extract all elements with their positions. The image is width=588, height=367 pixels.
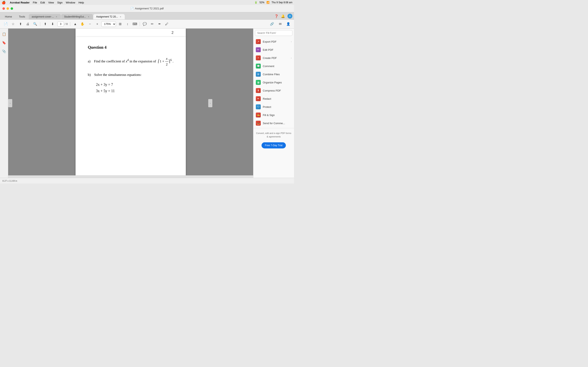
menu-acrobat[interactable]: Acrobat Reader <box>10 1 30 4</box>
cta-text: Convert, edit and e-sign PDF forms & agr… <box>256 132 291 138</box>
part-a-math: ⎛1 + x2⎞6 <box>157 59 173 63</box>
compress-pdf-icon: ⬇ <box>256 88 261 93</box>
fill-form-search[interactable] <box>255 30 292 36</box>
zoom-out-button[interactable]: − <box>86 21 93 27</box>
pages-panel-icon[interactable]: 📋 <box>1 31 7 37</box>
horizontal-scrollbar[interactable] <box>8 175 253 178</box>
right-item-organize[interactable]: ▦ Organize Pages <box>253 78 294 86</box>
close-window-button[interactable] <box>2 7 5 10</box>
titlebar: 📄 Assignment T2 2021.pdf <box>0 5 294 12</box>
menu-edit[interactable]: Edit <box>40 1 45 4</box>
part-b-text: Solve the simultaneous equations: <box>94 73 141 77</box>
comment-tool-button[interactable]: 💬 <box>141 21 148 27</box>
right-cta: Convert, edit and e-sign PDF forms & agr… <box>253 129 294 141</box>
minimize-window-button[interactable] <box>7 7 9 10</box>
menu-file[interactable]: File <box>33 1 37 4</box>
menu-view[interactable]: View <box>48 1 54 4</box>
battery-icon: 🔋 <box>254 1 258 4</box>
maximize-window-button[interactable] <box>11 7 13 10</box>
fit-page-button[interactable]: ⊞ <box>117 21 123 27</box>
menubar-right: 🔋 52% 📶 Thu 9 Sep 8:08 am <box>254 1 292 4</box>
email-button[interactable]: ✉ <box>277 21 283 27</box>
account-icon[interactable]: A <box>287 14 292 18</box>
part-b-prefix: b) <box>88 73 91 77</box>
part-a-text2: in the expansion of <box>130 59 156 63</box>
share-button[interactable]: ⬆ <box>17 21 24 27</box>
hand-tool-button[interactable]: ✋ <box>79 21 86 27</box>
tab-close-button[interactable]: × <box>119 15 122 18</box>
bookmarks-panel-icon[interactable]: 🔖 <box>1 40 7 46</box>
question-title: Question 4 <box>88 45 173 50</box>
protect-icon: 🛡 <box>256 104 261 109</box>
right-item-create-pdf[interactable]: + Create PDF › <box>253 54 294 62</box>
tab-label: Assignment T2 20... <box>96 15 118 18</box>
right-item-combine[interactable]: ⊞ Combine Files <box>253 70 294 78</box>
right-item-export-pdf[interactable]: ↗ Export PDF › <box>253 38 294 46</box>
edit-pdf-icon: ✏ <box>256 47 261 52</box>
user-button[interactable]: 👤 <box>285 21 292 27</box>
tab-assignment-t2[interactable]: Assignment T2 20... × <box>93 14 125 19</box>
protect-label: Protect <box>263 105 292 108</box>
tab-student-writing[interactable]: StudentWritingGui... × <box>61 14 93 19</box>
tab-close-button[interactable]: × <box>87 15 90 18</box>
right-item-comment[interactable]: 💬 Comment <box>253 62 294 70</box>
tab-home[interactable]: Home <box>2 14 15 19</box>
bookmark-button[interactable]: ☆ <box>10 21 16 27</box>
page-navigation: 3 / 8 <box>57 22 68 26</box>
part-a-prefix: a) <box>88 59 90 63</box>
tab-tools[interactable]: Tools <box>16 14 28 19</box>
free-trial-button[interactable]: Free 7-Day Trial <box>261 142 286 149</box>
notifications-icon[interactable]: 🔔 <box>281 14 285 18</box>
stamp-tool-button[interactable]: 🖊 <box>164 21 170 27</box>
right-item-compress[interactable]: ⬇ Compress PDF <box>253 86 294 95</box>
pdf-page: Question 4 a) Find the coefficient of x4… <box>76 37 186 175</box>
right-item-edit-pdf[interactable]: ✏ Edit PDF <box>253 46 294 54</box>
pdf-scroll-area[interactable]: 2 Question 4 a) Find the coefficient of … <box>8 29 253 175</box>
collapse-left-arrow[interactable]: ‹ <box>8 99 12 107</box>
apple-menu[interactable]: 🍎 <box>2 1 6 4</box>
pdf-viewer: ‹ 2 Question 4 a) Find the coefficient o… <box>8 29 253 178</box>
page-number-2: 2 <box>172 31 173 35</box>
window-title-text: Assignment T2 2021.pdf <box>135 7 164 10</box>
tab-label: StudentWritingGui... <box>64 15 86 18</box>
prev-page-button[interactable]: ⬆ <box>42 21 48 27</box>
right-item-redact[interactable]: ✒ Redact <box>253 95 294 103</box>
right-sidebar: ↗ Export PDF › ✏ Edit PDF + Create PDF ›… <box>253 29 294 178</box>
keyboard-button[interactable]: ⌨ <box>131 21 138 27</box>
wifi-icon: 📶 <box>267 1 269 4</box>
collapse-right-arrow[interactable]: › <box>208 99 212 107</box>
highlight-tool-button[interactable]: ✒ <box>156 21 163 27</box>
comment-label: Comment <box>263 65 292 68</box>
right-item-protect[interactable]: 🛡 Protect <box>253 103 294 111</box>
toolbar-right: 🔗 ✉ 👤 <box>269 21 292 27</box>
link-tool-button[interactable]: 🔗 <box>269 21 275 27</box>
tabbar-right: ❓ 🔔 A <box>274 14 292 19</box>
tab-close-button[interactable]: × <box>55 15 58 18</box>
print-button[interactable]: 🖨 <box>25 21 31 27</box>
create-pdf-label: Create PDF <box>263 57 289 59</box>
redact-icon: ✒ <box>256 96 261 101</box>
comment-icon: 💬 <box>256 64 261 68</box>
page-number-input[interactable]: 3 <box>57 22 64 26</box>
create-pdf-chevron: › <box>291 57 292 59</box>
cursor-tool-button[interactable]: ▲ <box>72 21 78 27</box>
menu-sign[interactable]: Sign <box>57 1 62 4</box>
menubar: 🍎 Acrobat Reader File Edit View Sign Win… <box>0 0 294 5</box>
search-button[interactable]: 🔍 <box>32 21 38 27</box>
fill-sign-icon: ✍ <box>256 113 261 117</box>
add-button[interactable]: 📄 <box>2 21 9 27</box>
pdf-icon: 📄 <box>130 7 134 10</box>
menu-window[interactable]: Window <box>66 1 75 4</box>
scroll-button[interactable]: ↕ <box>124 21 131 27</box>
zoom-select[interactable]: 175% 50% 75% 100% 125% 150% 200% 400% <box>101 21 116 27</box>
menu-help[interactable]: Help <box>78 1 84 4</box>
right-item-fill-sign[interactable]: ✍ Fill & Sign <box>253 111 294 119</box>
tab-assignment-cover[interactable]: assignment-cover-... × <box>29 14 61 19</box>
draw-tool-button[interactable]: ✏ <box>149 21 155 27</box>
zoom-in-button[interactable]: + <box>94 21 100 27</box>
next-page-button[interactable]: ⬇ <box>49 21 56 27</box>
right-item-send-comment[interactable]: 📤 Send for Comme... <box>253 119 294 127</box>
compress-pdf-label: Compress PDF <box>263 89 292 92</box>
help-icon[interactable]: ❓ <box>274 14 278 18</box>
attachments-panel-icon[interactable]: 📎 <box>1 48 7 54</box>
